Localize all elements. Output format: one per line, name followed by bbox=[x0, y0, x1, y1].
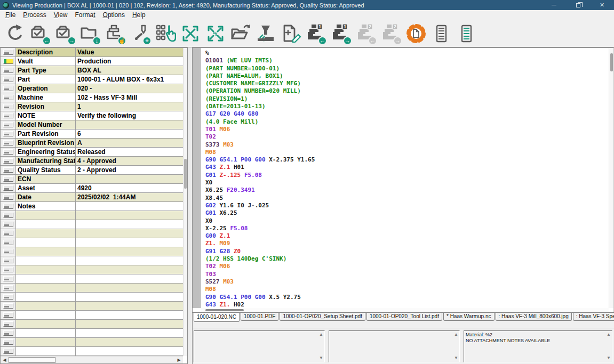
prop-description: Part bbox=[16, 75, 76, 84]
folder-get-icon[interactable]: ↓ bbox=[78, 21, 102, 46]
notes-panel-left[interactable]: ▲ ▼ bbox=[194, 330, 325, 362]
row-selector[interactable] bbox=[1, 211, 16, 220]
tab-haas-warmup-nc[interactable]: * Haas Warmup.nc bbox=[443, 313, 495, 321]
scroll-up-icon[interactable]: ▲ bbox=[607, 333, 611, 337]
prop-value bbox=[76, 202, 183, 211]
machine2-send-icon[interactable]: 2→ bbox=[379, 21, 403, 46]
row-selector[interactable] bbox=[1, 302, 16, 311]
notes-panel-right[interactable]: ▲ ▼ Material: %2 NO ATTACHMENT NOTES AVA… bbox=[464, 330, 612, 362]
scroll-up-icon[interactable]: ▲ bbox=[454, 333, 458, 337]
row-selector[interactable] bbox=[1, 293, 16, 302]
menu-process[interactable]: Process bbox=[19, 11, 50, 20]
bottom-splitter[interactable] bbox=[193, 323, 614, 328]
machine1-send-icon[interactable]: 1→ bbox=[329, 21, 353, 46]
row-selector[interactable] bbox=[1, 148, 16, 157]
menu-file[interactable]: File bbox=[2, 11, 19, 20]
gear-document-icon[interactable] bbox=[404, 21, 428, 46]
menu-options[interactable]: Options bbox=[99, 11, 129, 20]
row-selector[interactable] bbox=[1, 265, 16, 274]
gcode-line: G91 G28 Z0 bbox=[205, 248, 608, 255]
scroll-down-icon[interactable]: ▼ bbox=[607, 356, 611, 360]
prop-description: NOTE bbox=[16, 111, 76, 120]
tab-1000-01-op020-tool-list-pdf[interactable]: 1000-01-OP020_Tool List.pdf bbox=[366, 313, 442, 321]
row-selector[interactable] bbox=[1, 202, 16, 211]
row-selector[interactable] bbox=[1, 102, 16, 111]
row-selector[interactable] bbox=[1, 75, 16, 84]
row-selector[interactable] bbox=[1, 111, 16, 120]
editor-hscroll-thumb[interactable] bbox=[205, 309, 244, 311]
report-list-green-icon[interactable] bbox=[454, 21, 478, 46]
row-selector[interactable] bbox=[1, 256, 16, 265]
row-selector[interactable] bbox=[1, 274, 16, 284]
tab-haas-vf-3-mill-800x600-jpg[interactable]: : Haas VF-3 Mill_800x600.jpg bbox=[496, 313, 572, 321]
scroll-right-button[interactable]: ▶ bbox=[175, 357, 183, 363]
undo-icon[interactable] bbox=[3, 21, 27, 46]
pick-hand-icon[interactable] bbox=[154, 21, 177, 46]
gcode-text[interactable]: %O1001 (WE LUV IMTS)(PART NUMBER=1000-01… bbox=[201, 50, 608, 308]
machine-send-icon[interactable]: ☝ bbox=[103, 21, 127, 46]
row-selector[interactable] bbox=[1, 166, 16, 175]
restore-button[interactable] bbox=[566, 0, 590, 10]
editor-hscrollbar[interactable] bbox=[201, 308, 609, 312]
row-selector[interactable] bbox=[1, 84, 16, 93]
row-selector[interactable] bbox=[1, 247, 16, 256]
tool-add-icon[interactable]: + bbox=[129, 21, 152, 46]
menu-help[interactable]: Help bbox=[129, 11, 149, 20]
tab-haas-vf-3-spec-sheet-pdf[interactable]: : Haas VF-3 Spec Sheet.pdf bbox=[573, 313, 614, 321]
row-selector[interactable] bbox=[1, 311, 16, 320]
table-vscrollbar[interactable] bbox=[183, 48, 187, 356]
row-selector[interactable] bbox=[1, 175, 16, 184]
scroll-down-icon[interactable]: ▼ bbox=[319, 356, 323, 360]
tab-1000-01-pdf[interactable]: 1000-01.PDF bbox=[241, 313, 278, 321]
row-selector[interactable] bbox=[1, 284, 16, 293]
scroll-left-button[interactable]: ◀ bbox=[1, 357, 9, 363]
close-button[interactable]: ✕ bbox=[590, 0, 614, 10]
table-vscroll-thumb[interactable] bbox=[184, 159, 187, 189]
tab-1000-01-020-nc[interactable]: 1000-01-020.NC bbox=[194, 313, 240, 322]
editor-vscrollbar[interactable] bbox=[609, 48, 613, 308]
machine2-receive-icon-badge: ← bbox=[368, 36, 377, 45]
gcode-editor[interactable]: %O1001 (WE LUV IMTS)(PART NUMBER=1000-01… bbox=[193, 47, 614, 312]
report-list-icon[interactable] bbox=[429, 21, 453, 46]
editor-vscroll-thumb[interactable] bbox=[610, 53, 613, 71]
row-selector[interactable] bbox=[1, 139, 16, 148]
vault-checkin-icon[interactable]: ← bbox=[28, 21, 52, 46]
row-selector[interactable] bbox=[1, 238, 16, 247]
table-hscroll-thumb[interactable] bbox=[9, 357, 55, 363]
scroll-up-icon[interactable]: ▲ bbox=[319, 333, 323, 337]
document-add-edit-icon[interactable] bbox=[279, 21, 302, 46]
machine2-receive-icon[interactable]: 2← bbox=[354, 21, 378, 46]
folder-open-icon[interactable] bbox=[229, 21, 252, 46]
row-selector[interactable] bbox=[1, 347, 16, 356]
row-selector[interactable] bbox=[1, 48, 16, 57]
row-selector[interactable] bbox=[1, 320, 16, 329]
scroll-down-icon[interactable]: ▼ bbox=[454, 356, 458, 360]
tab-1000-01-op020-setup-sheet-pdf[interactable]: 1000-01-OP020_Setup Sheet.pdf bbox=[280, 313, 365, 321]
row-selector[interactable] bbox=[1, 193, 16, 202]
row-selector[interactable] bbox=[1, 157, 16, 166]
row-selector[interactable] bbox=[1, 184, 16, 193]
minimize-button[interactable] bbox=[542, 0, 566, 10]
table-hscrollbar[interactable]: ◀ ▶ bbox=[1, 356, 183, 363]
row-selector[interactable] bbox=[1, 130, 16, 139]
collapse-icon[interactable] bbox=[204, 21, 227, 46]
menu-view[interactable]: View bbox=[50, 11, 71, 20]
row-selector[interactable] bbox=[1, 229, 16, 238]
machine1-receive-icon[interactable]: 1← bbox=[304, 21, 328, 46]
row-selector[interactable] bbox=[1, 338, 16, 347]
row-selector[interactable] bbox=[1, 57, 16, 66]
row-selector[interactable] bbox=[1, 66, 16, 75]
notes-panel-middle[interactable]: ▲ ▼ bbox=[329, 330, 460, 362]
table-row: Machine102 - Hass VF-3 Mill bbox=[1, 93, 183, 102]
row-selector[interactable] bbox=[1, 93, 16, 102]
menu-format[interactable]: Format bbox=[71, 11, 99, 20]
prop-description bbox=[16, 256, 76, 265]
machine-setup-icon[interactable] bbox=[254, 21, 277, 46]
row-selector[interactable] bbox=[1, 120, 16, 130]
row-selector[interactable] bbox=[1, 220, 16, 229]
expand-icon[interactable] bbox=[179, 21, 202, 46]
prop-description bbox=[16, 274, 76, 284]
panel-splitter[interactable] bbox=[188, 47, 193, 364]
row-selector[interactable] bbox=[1, 329, 16, 338]
vault-checkout-icon[interactable]: → bbox=[53, 21, 77, 46]
